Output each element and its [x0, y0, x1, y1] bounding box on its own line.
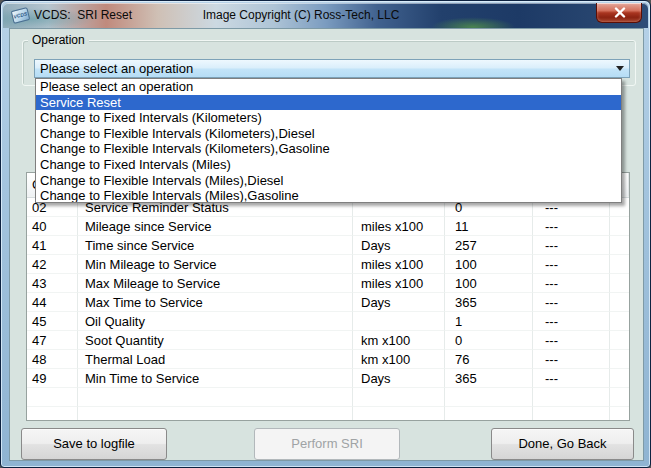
table-row[interactable]: 43 Max Mileage to Service miles x100 100… — [27, 274, 629, 293]
cell-value: 257 — [445, 236, 533, 255]
cell-extra — [610, 293, 629, 312]
cell-channel: 41 — [27, 236, 78, 255]
dropdown-item[interactable]: Change to Flexible Intervals (Miles),Gas… — [36, 188, 621, 203]
cell-units — [353, 312, 445, 331]
cell-channel: 44 — [27, 293, 78, 312]
cell-name: Min Mileage to Service — [78, 255, 353, 274]
cell-value: 0 — [445, 331, 533, 350]
table-row[interactable]: 44 Max Time to Service Days 365 --- — [27, 293, 629, 312]
cell-name: Oil Quality — [78, 312, 353, 331]
table-row[interactable]: 47 Soot Quantity km x100 0 --- — [27, 331, 629, 350]
cell-extra — [610, 369, 629, 388]
cell-extra — [610, 255, 629, 274]
cell-units: Days — [353, 369, 445, 388]
cell-name: Soot Quantity — [78, 331, 353, 350]
cell-value: 11 — [445, 217, 533, 236]
operation-combobox-value: Please select an operation — [40, 61, 193, 76]
cell-extra — [610, 217, 629, 236]
cell-name: Mileage since Service — [78, 217, 353, 236]
cell-channel: 42 — [27, 255, 78, 274]
cell-status: --- — [533, 274, 610, 293]
operation-combobox[interactable]: Please select an operation — [34, 59, 630, 78]
operation-group-label: Operation — [28, 33, 89, 47]
cell-extra — [610, 274, 629, 293]
table-row[interactable]: 40 Mileage since Service miles x100 11 -… — [27, 217, 629, 236]
cell-name: Max Time to Service — [78, 293, 353, 312]
done-go-back-button[interactable]: Done, Go Back — [491, 428, 634, 460]
cell-value: 100 — [445, 255, 533, 274]
dropdown-item[interactable]: Change to Fixed Intervals (Kilometers) — [36, 110, 621, 126]
table-row[interactable]: 42 Min Mileage to Service miles x100 100… — [27, 255, 629, 274]
dropdown-item[interactable]: Please select an operation — [36, 79, 621, 95]
cell-name: Min Time to Service — [78, 369, 353, 388]
cell-channel: 48 — [27, 350, 78, 369]
operation-dropdown-list: Please select an operation Service Reset… — [35, 78, 622, 203]
cell-channel: 49 — [27, 369, 78, 388]
table-row[interactable]: 48 Thermal Load km x100 76 --- — [27, 350, 629, 369]
cell-extra — [610, 236, 629, 255]
titlebar-copyright-text: Image Copyright (C) Ross-Tech, LLC — [151, 3, 451, 28]
dialog-client-area: Operation Please select an operation Ple… — [9, 28, 644, 461]
cell-channel: 45 — [27, 312, 78, 331]
cell-status: --- — [533, 369, 610, 388]
table-row[interactable]: 49 Min Time to Service Days 365 --- — [27, 369, 629, 388]
channel-data-table: Ch 02 Service Reminder Status 0 --- 40 M… — [26, 172, 630, 421]
table-row-empty — [27, 407, 629, 421]
dropdown-item[interactable]: Change to Flexible Intervals (Kilometers… — [36, 126, 621, 142]
cell-status: --- — [533, 217, 610, 236]
cell-units: miles x100 — [353, 274, 445, 293]
cell-units: miles x100 — [353, 255, 445, 274]
cell-status: --- — [533, 312, 610, 331]
chevron-down-icon — [616, 66, 624, 71]
vcds-sri-reset-window: VCDS VCDS: SRI Reset Image Copyright (C)… — [0, 0, 651, 468]
perform-sri-button[interactable]: Perform SRI — [254, 428, 400, 460]
cell-value: 100 — [445, 274, 533, 293]
cell-channel: 40 — [27, 217, 78, 236]
cell-extra — [610, 331, 629, 350]
cell-status: --- — [533, 255, 610, 274]
save-to-logfile-button[interactable]: Save to logfile — [21, 428, 167, 460]
cell-units: km x100 — [353, 350, 445, 369]
cell-status: --- — [533, 293, 610, 312]
table-row[interactable]: 45 Oil Quality 1 --- — [27, 312, 629, 331]
cell-extra — [610, 312, 629, 331]
dropdown-item-selected[interactable]: Service Reset — [36, 95, 621, 111]
dropdown-item[interactable]: Change to Flexible Intervals (Miles),Die… — [36, 173, 621, 189]
window-title: VCDS: SRI Reset — [34, 3, 132, 28]
table-row-empty — [27, 388, 629, 407]
dropdown-item[interactable]: Change to Fixed Intervals (Miles) — [36, 157, 621, 173]
dropdown-item[interactable]: Change to Flexible Intervals (Kilometers… — [36, 141, 621, 157]
cell-channel: 47 — [27, 331, 78, 350]
cell-name: Max Mileage to Service — [78, 274, 353, 293]
cell-value: 365 — [445, 293, 533, 312]
cell-channel: 43 — [27, 274, 78, 293]
cell-units: miles x100 — [353, 217, 445, 236]
cell-value: 365 — [445, 369, 533, 388]
cell-value: 76 — [445, 350, 533, 369]
cell-extra — [610, 350, 629, 369]
cell-status: --- — [533, 331, 610, 350]
cell-units: Days — [353, 293, 445, 312]
table-row[interactable]: 41 Time since Service Days 257 --- — [27, 236, 629, 255]
cell-status: --- — [533, 236, 610, 255]
title-bar[interactable]: VCDS VCDS: SRI Reset Image Copyright (C)… — [3, 3, 648, 28]
cell-value: 1 — [445, 312, 533, 331]
cell-name: Thermal Load — [78, 350, 353, 369]
cell-units: km x100 — [353, 331, 445, 350]
cell-units: Days — [353, 236, 445, 255]
cell-status: --- — [533, 350, 610, 369]
close-button[interactable] — [596, 3, 642, 23]
vcds-logo-icon: VCDS — [11, 7, 31, 24]
cell-name: Time since Service — [78, 236, 353, 255]
